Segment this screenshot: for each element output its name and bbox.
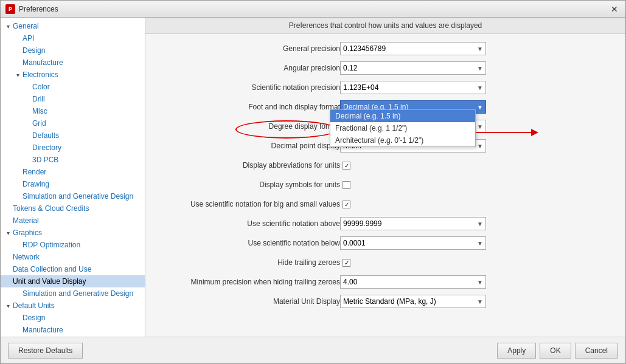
chevron-down-icon: ▼ [477,279,483,286]
panel-content: General precision 0.123456789 ▼ Angular … [145,34,625,337]
use-sci-notation-label: Use scientific notation for big and smal… [158,200,340,208]
sci-above-label: Use scientific notation above [158,219,340,228]
min-precision-select[interactable]: 4.00 ▼ [340,275,486,289]
spacer-mfr [13,58,23,67]
spacer-data [3,264,13,274]
apply-button[interactable]: Apply [497,343,536,359]
sci-above-control: 99999.9999 ▼ [340,217,613,230]
footer-actions: Apply OK Cancel [493,343,618,359]
sidebar-item-manufacture2[interactable]: Manufacture [1,324,145,336]
titlebar: P Preferences ✕ [1,1,625,18]
spacer-dir [23,143,32,153]
sci-notation-precision-select[interactable]: 1.123E+04 ▼ [340,81,486,94]
sidebar-item-manufacture[interactable]: Manufacture [1,57,145,69]
sidebar-item-rdp[interactable]: RDP Optimization [1,239,145,251]
chevron-down-icon: ▼ [477,298,483,305]
spacer-sim2 [13,289,23,298]
sidebar-item-tokens[interactable]: Tokens & Cloud Credits [1,202,145,215]
spacer-api [13,33,23,43]
sidebar-item-network[interactable]: Network [1,251,145,263]
sidebar-item-unit-value[interactable]: Unit and Value Display [1,275,145,287]
hide-trailing-checkbox[interactable] [343,259,350,267]
spacer-3dpcb [23,155,32,165]
sidebar-item-design[interactable]: Design [1,44,145,57]
display-symbols-checkbox[interactable] [343,181,350,189]
expand-icon-default-units: ▾ [3,301,13,311]
sidebar-item-sim-gen1[interactable]: Simulation and Generative Design [1,190,145,202]
cancel-button[interactable]: Cancel [575,343,618,359]
hide-trailing-control [340,259,613,267]
sidebar-item-color[interactable]: Color [1,81,145,93]
dropdown-item-decimal[interactable]: Decimal (e.g. 1.5 in) [330,110,475,122]
sci-above-row: Use scientific notation above 99999.9999… [158,216,613,231]
sidebar-item-drill[interactable]: Drill [1,93,145,105]
sci-below-select[interactable]: 0.0001 ▼ [340,236,486,250]
sidebar-item-directory[interactable]: Directory [1,142,145,154]
expand-icon-electronics: ▾ [13,70,23,80]
min-precision-row: Minimum precision when hiding trailing z… [158,275,613,289]
display-abbrev-row: Display abbreviations for units [158,158,613,173]
panel-header: Preferences that control how units and v… [145,18,625,34]
angular-precision-select[interactable]: 0.12 ▼ [340,61,486,75]
sidebar-item-drawing[interactable]: Drawing [1,178,145,190]
close-button[interactable]: ✕ [608,3,621,15]
sidebar-item-sim-gen2[interactable]: Simulation and Generative Design [1,287,145,300]
spacer-defaults [23,131,32,140]
sidebar-item-default-units[interactable]: ▾ Default Units [1,300,145,312]
display-symbols-control [340,181,613,189]
spacer-material [3,216,13,225]
chevron-down-icon: ▼ [477,123,483,130]
display-abbrev-control [340,162,613,170]
hide-trailing-label: Hide trailing zeroes [158,258,340,267]
spacer-design [13,46,23,55]
dropdown-item-fractional[interactable]: Fractional (e.g. 1 1/2") [330,122,475,134]
sidebar-item-api[interactable]: API [1,32,145,44]
angular-precision-row: Angular precision 0.12 ▼ [158,61,613,75]
sci-above-select[interactable]: 99999.9999 ▼ [340,217,486,230]
general-precision-label: General precision [158,44,340,53]
spacer-unit [3,276,13,286]
use-sci-notation-control [340,201,613,208]
sci-notation-precision-row: Scientific notation precision 1.123E+04 … [158,80,613,95]
chevron-down-icon: ▼ [477,143,483,149]
sidebar-item-general[interactable]: ▾ General [1,20,145,32]
material-unit-select[interactable]: Metric Standard (MPa, kg, J) ▼ [340,295,486,308]
sci-below-control: 0.0001 ▼ [340,236,613,250]
spacer-misc [23,106,32,116]
sidebar-item-design2[interactable]: Design [1,312,145,324]
use-sci-notation-checkbox[interactable] [343,201,350,208]
material-unit-row: Material Unit Display Metric Standard (M… [158,294,613,309]
sci-notation-precision-label: Scientific notation precision [158,83,340,92]
spacer-tokens [3,204,13,213]
dropdown-item-architectural[interactable]: Architectural (e.g. 0'-1 1/2") [330,134,475,146]
spacer-grid [23,118,32,128]
footer: Restore Defaults Apply OK Cancel [1,337,625,363]
min-precision-label: Minimum precision when hiding trailing z… [158,278,340,286]
chevron-down-icon: ▼ [477,65,483,72]
sidebar-item-grid[interactable]: Grid [1,117,145,129]
sidebar-item-graphics[interactable]: ▾ Graphics [1,227,145,239]
sidebar-item-3dpcb[interactable]: 3D PCB [1,154,145,166]
display-abbrev-checkbox[interactable] [343,162,350,170]
general-precision-control: 0.123456789 ▼ [340,42,613,55]
sidebar-item-misc[interactable]: Misc [1,105,145,117]
sidebar-item-defaults[interactable]: Defaults [1,129,145,142]
sidebar-item-material[interactable]: Material [1,215,145,227]
sidebar-item-data-collection[interactable]: Data Collection and Use [1,263,145,275]
chevron-down-icon: ▼ [477,240,483,247]
restore-defaults-button[interactable]: Restore Defaults [8,343,83,359]
ok-button[interactable]: OK [540,343,571,359]
display-symbols-row: Display symbols for units [158,177,613,192]
general-precision-row: General precision 0.123456789 ▼ [158,41,613,56]
chevron-down-icon: ▼ [477,46,483,52]
sidebar-item-electronics[interactable]: ▾ Electronics [1,69,145,81]
use-sci-notation-row: Use scientific notation for big and smal… [158,197,613,211]
foot-inch-label: Foot and inch display format [158,103,340,111]
expand-icon-general: ▾ [3,21,13,31]
sidebar-item-render[interactable]: Render [1,166,145,178]
decimal-point-label: Decimal point display [158,142,340,150]
chevron-down-icon: ▼ [477,221,483,227]
hide-trailing-row: Hide trailing zeroes [158,255,613,270]
general-precision-select[interactable]: 0.123456789 ▼ [340,42,486,55]
content-area: ▾ General API Design Manufacture ▾ Elect… [1,18,625,337]
